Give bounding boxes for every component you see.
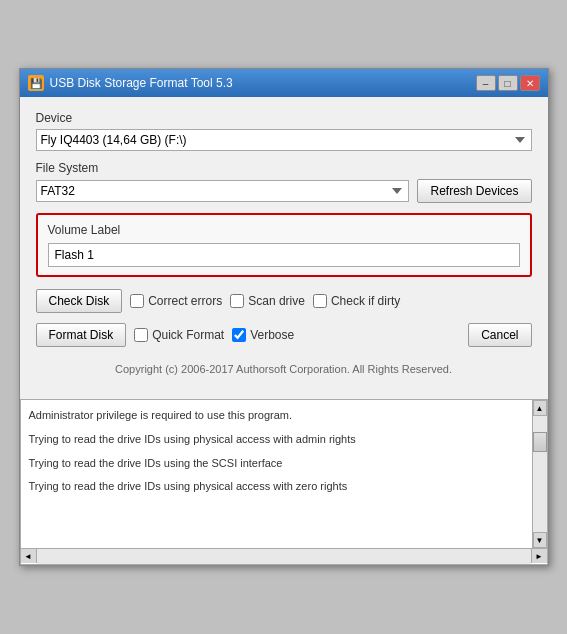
device-label: Device bbox=[36, 111, 532, 125]
scan-drive-label[interactable]: Scan drive bbox=[230, 294, 305, 308]
title-bar: 💾 USB Disk Storage Format Tool 5.3 – □ ✕ bbox=[20, 69, 548, 97]
window-title: USB Disk Storage Format Tool 5.3 bbox=[50, 76, 233, 90]
filesystem-label: File System bbox=[36, 161, 532, 175]
main-window: 💾 USB Disk Storage Format Tool 5.3 – □ ✕… bbox=[19, 68, 549, 566]
check-if-dirty-checkbox[interactable] bbox=[313, 294, 327, 308]
quick-format-checkbox[interactable] bbox=[134, 328, 148, 342]
log-content: Administrator privilege is required to u… bbox=[20, 399, 532, 549]
scan-drive-text: Scan drive bbox=[248, 294, 305, 308]
check-disk-row: Check Disk Correct errors Scan drive Che… bbox=[36, 289, 532, 313]
log-line-2: Trying to read the drive IDs using physi… bbox=[29, 430, 524, 450]
close-button[interactable]: ✕ bbox=[520, 75, 540, 91]
refresh-devices-button[interactable]: Refresh Devices bbox=[417, 179, 531, 203]
scan-drive-checkbox[interactable] bbox=[230, 294, 244, 308]
device-select[interactable]: Fly IQ4403 (14,64 GB) (F:\) bbox=[36, 129, 532, 151]
scroll-left-arrow[interactable]: ◄ bbox=[21, 549, 37, 563]
format-disk-row: Format Disk Quick Format Verbose Cancel bbox=[36, 323, 532, 347]
device-row: Fly IQ4403 (14,64 GB) (F:\) bbox=[36, 129, 532, 151]
h-scroll-track bbox=[37, 549, 531, 564]
check-disk-button[interactable]: Check Disk bbox=[36, 289, 123, 313]
log-container: Administrator privilege is required to u… bbox=[20, 399, 548, 549]
title-bar-left: 💾 USB Disk Storage Format Tool 5.3 bbox=[28, 75, 233, 91]
log-line-4: Trying to read the drive IDs using physi… bbox=[29, 477, 524, 497]
volume-label-text: Volume Label bbox=[48, 223, 520, 237]
check-if-dirty-label[interactable]: Check if dirty bbox=[313, 294, 400, 308]
correct-errors-text: Correct errors bbox=[148, 294, 222, 308]
copyright-text: Copyright (c) 2006-2017 Authorsoft Corpo… bbox=[36, 357, 532, 385]
volume-label-section: Volume Label bbox=[36, 213, 532, 277]
filesystem-row: FAT32NTFSexFAT Refresh Devices bbox=[36, 179, 532, 203]
app-icon: 💾 bbox=[28, 75, 44, 91]
quick-format-label[interactable]: Quick Format bbox=[134, 328, 224, 342]
horizontal-scrollbar[interactable]: ◄ ► bbox=[20, 549, 548, 565]
scroll-thumb[interactable] bbox=[533, 432, 547, 452]
scroll-up-arrow[interactable]: ▲ bbox=[533, 400, 547, 416]
minimize-button[interactable]: – bbox=[476, 75, 496, 91]
title-buttons: – □ ✕ bbox=[476, 75, 540, 91]
quick-format-text: Quick Format bbox=[152, 328, 224, 342]
log-line-3: Trying to read the drive IDs using the S… bbox=[29, 454, 524, 474]
verbose-label[interactable]: Verbose bbox=[232, 328, 294, 342]
main-content: Device Fly IQ4403 (14,64 GB) (F:\) File … bbox=[20, 97, 548, 399]
scroll-down-arrow[interactable]: ▼ bbox=[533, 532, 547, 548]
volume-label-input[interactable] bbox=[48, 243, 520, 267]
scroll-right-arrow[interactable]: ► bbox=[531, 549, 547, 563]
verbose-checkbox[interactable] bbox=[232, 328, 246, 342]
format-disk-button[interactable]: Format Disk bbox=[36, 323, 127, 347]
correct-errors-checkbox[interactable] bbox=[130, 294, 144, 308]
log-line-1: Administrator privilege is required to u… bbox=[29, 406, 524, 426]
vertical-scrollbar[interactable]: ▲ ▼ bbox=[532, 399, 548, 549]
log-section: Administrator privilege is required to u… bbox=[20, 399, 548, 565]
filesystem-select[interactable]: FAT32NTFSexFAT bbox=[36, 180, 410, 202]
check-if-dirty-text: Check if dirty bbox=[331, 294, 400, 308]
cancel-button[interactable]: Cancel bbox=[468, 323, 531, 347]
correct-errors-label[interactable]: Correct errors bbox=[130, 294, 222, 308]
maximize-button[interactable]: □ bbox=[498, 75, 518, 91]
verbose-text: Verbose bbox=[250, 328, 294, 342]
